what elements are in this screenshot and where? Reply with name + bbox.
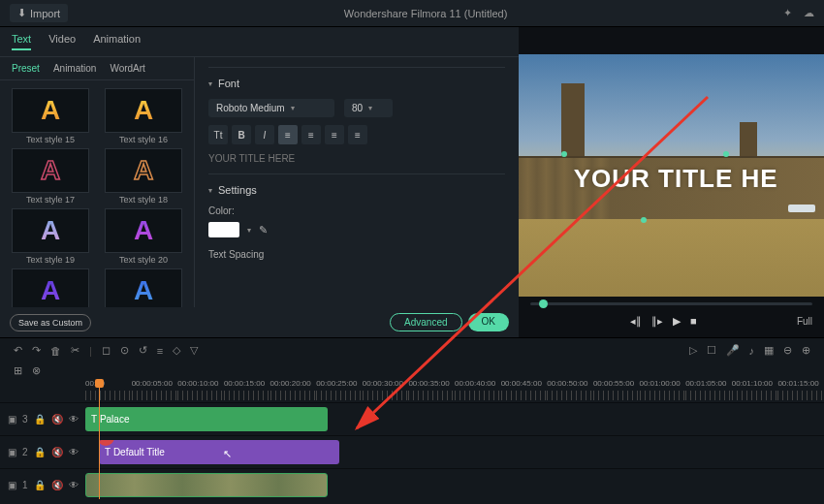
clip-video[interactable]: [85, 473, 328, 497]
chevron-down-icon: ▾: [368, 104, 372, 112]
tab-animation[interactable]: Animation: [93, 33, 141, 50]
link-icon[interactable]: ⊗: [32, 364, 41, 377]
redo-button[interactable]: ↷: [32, 344, 41, 357]
font-size-value: 80: [352, 103, 363, 113]
mixer-icon[interactable]: ☐: [707, 344, 716, 357]
audio-icon[interactable]: ♪: [749, 345, 755, 357]
settings-section-toggle[interactable]: ▾ Settings: [208, 184, 505, 196]
timeline-ruler[interactable]: 00:0000:00:05:0000:00:10:0000:00:15:0000…: [0, 379, 824, 402]
align-justify-button[interactable]: ≡: [348, 125, 367, 144]
ok-button[interactable]: OK: [468, 313, 509, 331]
chevron-down-icon: ▾: [208, 186, 212, 195]
preset-item[interactable]: AText style 20: [99, 208, 188, 265]
subtab-preset[interactable]: Preset: [12, 63, 40, 74]
cut-button[interactable]: ✂: [71, 344, 79, 357]
mute-icon[interactable]: 🔇: [51, 480, 63, 490]
font-family-dropdown[interactable]: Roboto Medium ▾: [208, 99, 334, 117]
chevron-down-icon: ▾: [291, 104, 295, 112]
bold-button[interactable]: B: [232, 125, 251, 144]
play-button[interactable]: ▶: [673, 315, 681, 328]
track-number: 3: [22, 414, 28, 425]
speed-button[interactable]: ⊙: [120, 344, 129, 357]
tab-video[interactable]: Video: [48, 33, 76, 50]
ruler-tick: 00:00:55:00: [593, 379, 640, 402]
track-add-icon[interactable]: ⊞: [14, 364, 22, 377]
title-text-input[interactable]: [208, 153, 505, 164]
play-icon[interactable]: ▷: [689, 344, 697, 357]
save-as-custom-button[interactable]: Save as Custom: [10, 314, 91, 331]
mute-icon[interactable]: 🔇: [51, 447, 63, 457]
keyframe-button[interactable]: ◇: [173, 344, 180, 357]
align-right-button[interactable]: ≡: [325, 125, 344, 144]
app-title: Wondershare Filmora 11 (Untitled): [68, 8, 783, 19]
crop-button[interactable]: ◻: [102, 344, 111, 357]
ruler-tick: 00:00:05:00: [132, 379, 178, 402]
fullscreen-label[interactable]: Full: [797, 316, 812, 327]
track-number: 1: [22, 480, 28, 490]
import-label: Import: [30, 8, 60, 19]
ruler-tick: 00:00:25:00: [316, 379, 363, 402]
align-center-button[interactable]: ≡: [301, 125, 321, 144]
lock-icon[interactable]: 🔒: [34, 414, 46, 425]
tips-icon[interactable]: ✦: [783, 7, 792, 19]
mute-icon[interactable]: 🔇: [51, 414, 63, 425]
playhead[interactable]: [99, 379, 100, 499]
tab-text[interactable]: Text: [12, 33, 31, 50]
clip-label: Palace: [100, 414, 130, 425]
preview-title-overlay[interactable]: YOUR TITLE HE: [574, 164, 778, 194]
undo-button[interactable]: ↶: [14, 344, 22, 357]
preset-item[interactable]: AText style 19: [6, 208, 95, 265]
progress-thumb[interactable]: [539, 299, 548, 308]
track-toggle-icon[interactable]: ▣: [8, 480, 16, 490]
lock-icon[interactable]: 🔒: [34, 447, 46, 457]
preset-item[interactable]: A: [6, 268, 95, 307]
preset-item[interactable]: AText style 16: [99, 88, 188, 144]
render-icon[interactable]: ▦: [764, 344, 774, 357]
eyedropper-icon[interactable]: ✎: [259, 224, 268, 236]
font-section-toggle[interactable]: ▾ Font: [208, 78, 505, 89]
reverse-button[interactable]: ↺: [139, 344, 147, 357]
lock-icon[interactable]: 🔒: [34, 480, 46, 490]
video-preview[interactable]: YOUR TITLE HE: [519, 54, 824, 297]
scissors-icon[interactable]: ✂: [99, 440, 114, 446]
delete-button[interactable]: 🗑: [50, 345, 61, 357]
mic-icon[interactable]: 🎤: [726, 344, 740, 357]
preset-item[interactable]: AText style 18: [99, 148, 188, 205]
eye-icon[interactable]: 👁: [69, 480, 79, 490]
subtab-wordart[interactable]: WordArt: [110, 63, 145, 74]
cloud-icon[interactable]: ☁: [804, 7, 814, 19]
clip-palace[interactable]: T Palace: [85, 407, 328, 431]
preview-progress[interactable]: [530, 302, 812, 305]
settings-icon[interactable]: ≡: [157, 345, 163, 357]
eye-icon[interactable]: 👁: [69, 447, 79, 457]
chevron-down-icon[interactable]: ▾: [247, 226, 251, 235]
preset-item[interactable]: A: [99, 268, 188, 307]
ruler-tick: 00:00:20:00: [270, 379, 317, 402]
marker-button[interactable]: ▽: [190, 344, 198, 357]
ruler-tick: 00:01:05:00: [685, 379, 732, 402]
clip-label: Default Title: [113, 447, 165, 457]
zoom-in-button[interactable]: ⊕: [802, 344, 810, 357]
eye-icon[interactable]: 👁: [69, 414, 79, 425]
preset-item[interactable]: AText style 17: [6, 148, 95, 205]
advanced-button[interactable]: Advanced: [390, 313, 461, 331]
align-left-button[interactable]: ≡: [278, 125, 298, 144]
import-button[interactable]: ⬇ Import: [10, 4, 68, 22]
stop-button[interactable]: ■: [690, 315, 697, 328]
track-toggle-icon[interactable]: ▣: [8, 447, 16, 457]
italic-button[interactable]: I: [255, 125, 274, 144]
track-number: 2: [22, 447, 28, 457]
font-size-dropdown[interactable]: 80 ▾: [344, 99, 393, 117]
prev-frame-button[interactable]: ◂∥: [630, 315, 642, 328]
clip-default-title[interactable]: ✂ T Default Title ↖: [99, 440, 339, 464]
track-toggle-icon[interactable]: ▣: [8, 414, 16, 425]
spacing-label: Text Spacing: [208, 249, 505, 260]
font-family-value: Roboto Medium: [216, 103, 285, 113]
color-swatch[interactable]: [208, 222, 239, 237]
preset-item[interactable]: AText style 15: [6, 88, 95, 144]
play-forward-button[interactable]: ∥▸: [651, 315, 663, 328]
case-button[interactable]: Tt: [208, 125, 228, 144]
ruler-tick: 00:00:30:00: [363, 379, 409, 402]
subtab-animation[interactable]: Animation: [53, 63, 96, 74]
zoom-out-button[interactable]: ⊖: [783, 344, 792, 357]
